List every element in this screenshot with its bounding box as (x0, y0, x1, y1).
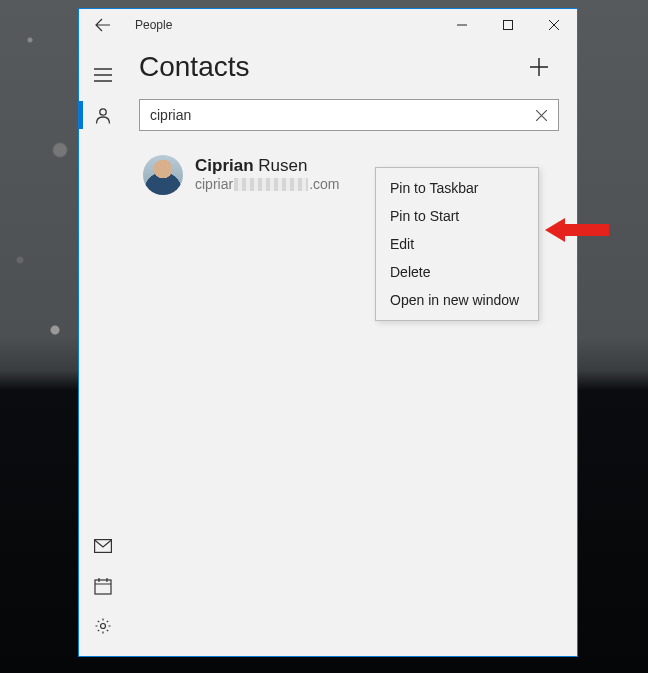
menu-pin-start[interactable]: Pin to Start (376, 202, 538, 230)
sidebar-item-settings[interactable] (79, 606, 127, 646)
titlebar: People (79, 9, 577, 41)
menu-pin-taskbar[interactable]: Pin to Taskbar (376, 174, 538, 202)
pixelated-redaction (234, 178, 308, 191)
maximize-icon (503, 20, 513, 30)
people-window: People (78, 8, 578, 657)
hamburger-icon (94, 68, 112, 82)
sidebar (79, 41, 127, 656)
plus-icon (529, 57, 549, 77)
back-button[interactable] (79, 9, 127, 41)
minimize-icon (457, 20, 467, 30)
menu-edit[interactable]: Edit (376, 230, 538, 258)
contact-name: Ciprian Rusen (195, 155, 339, 176)
svg-point-1 (100, 109, 106, 115)
sidebar-item-calendar[interactable] (79, 566, 127, 606)
calendar-icon (94, 577, 112, 595)
email-suffix: .com (309, 176, 339, 192)
contact-name-rest: Rusen (254, 156, 308, 175)
contact-name-match: Ciprian (195, 156, 254, 175)
contact-info: Ciprian Rusen cipriar.com (195, 155, 339, 192)
maximize-button[interactable] (485, 9, 531, 41)
search-clear-button[interactable] (527, 99, 555, 131)
mail-icon (94, 539, 112, 553)
gear-icon (94, 617, 112, 635)
avatar (143, 155, 183, 195)
back-arrow-icon (95, 17, 111, 33)
close-button[interactable] (531, 9, 577, 41)
minimize-button[interactable] (439, 9, 485, 41)
menu-delete[interactable]: Delete (376, 258, 538, 286)
x-icon (536, 110, 547, 121)
svg-rect-3 (95, 580, 111, 594)
menu-open-new-window[interactable]: Open in new window (376, 286, 538, 314)
window-body: Contacts Ciprian Rusen cipri (79, 41, 577, 656)
hamburger-button[interactable] (79, 55, 127, 95)
header-row: Contacts (139, 47, 559, 87)
context-menu: Pin to Taskbar Pin to Start Edit Delete … (375, 167, 539, 321)
person-icon (94, 106, 112, 124)
sidebar-item-contacts[interactable] (79, 95, 127, 135)
svg-point-4 (101, 624, 106, 629)
window-title: People (135, 18, 172, 32)
close-icon (549, 20, 559, 30)
sidebar-item-mail[interactable] (79, 526, 127, 566)
search-input[interactable] (139, 99, 559, 131)
search-wrap (139, 99, 559, 131)
add-contact-button[interactable] (519, 47, 559, 87)
contact-email: cipriar.com (195, 176, 339, 192)
email-prefix: cipriar (195, 176, 233, 192)
main-pane: Contacts Ciprian Rusen cipri (127, 41, 577, 656)
page-title: Contacts (139, 51, 519, 83)
svg-rect-0 (504, 21, 513, 30)
